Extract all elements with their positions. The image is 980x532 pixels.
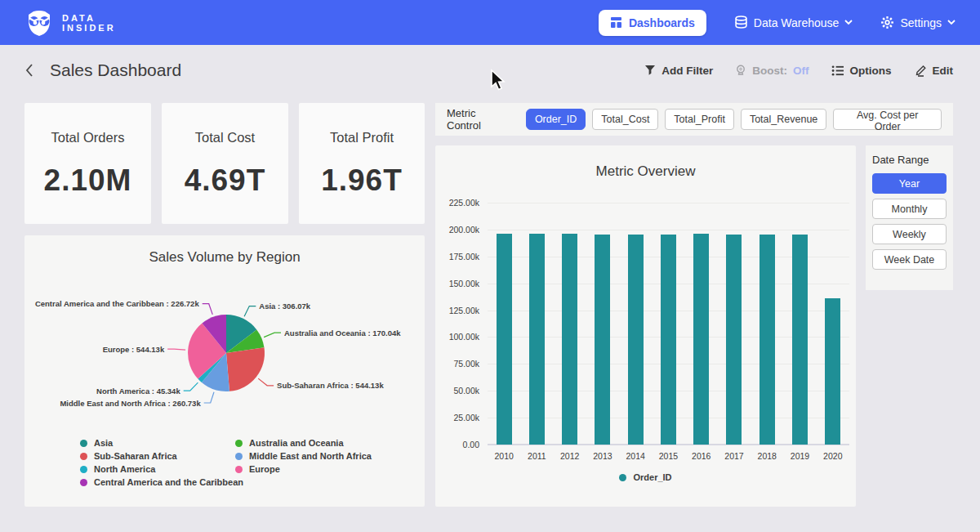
- nav-dashboards-label: Dashboards: [629, 16, 695, 29]
- bar-2013[interactable]: [595, 235, 610, 445]
- bar-chart-legend: Order_ID: [435, 472, 856, 482]
- add-filter-button[interactable]: Add Filter: [644, 65, 713, 77]
- y-tick-label: 175.00k: [449, 252, 479, 262]
- pie-slice[interactable]: [226, 347, 265, 391]
- legend-dot: [80, 479, 87, 486]
- legend-label: Sub-Saharan Africa: [94, 451, 177, 461]
- bar-2012[interactable]: [562, 234, 577, 445]
- x-tick-label: 2012: [554, 451, 586, 461]
- legend-dot: [619, 474, 626, 481]
- metric-options: Order_IDTotal_CostTotal_ProfitTotal_Reve…: [526, 109, 942, 130]
- brand-line2: INSIDER: [62, 23, 116, 33]
- x-tick-label: 2017: [718, 451, 751, 461]
- date-range-option-weekly[interactable]: Weekly: [872, 224, 947, 244]
- kpi-total-profit: Total Profit 1.96T: [299, 103, 425, 224]
- x-tick-label: 2014: [619, 451, 652, 461]
- brand-logo[interactable]: DATA INSIDER: [24, 8, 116, 38]
- gear-icon: [880, 16, 894, 29]
- boost-state: Off: [793, 65, 809, 77]
- bar-2015[interactable]: [661, 235, 676, 445]
- database-icon: [734, 16, 748, 29]
- kpi-label: Total Cost: [195, 130, 255, 145]
- kpi-total-orders: Total Orders 2.10M: [24, 103, 151, 224]
- options-button[interactable]: Options: [831, 65, 892, 77]
- legend-label: Asia: [94, 438, 113, 448]
- date-range-panel: Date Range YearMonthlyWeeklyWeek Date: [866, 145, 953, 290]
- metric-option-total-revenue[interactable]: Total_Revenue: [741, 109, 826, 130]
- pie-slice-label: Middle East and North Africa : 260.73k: [60, 399, 201, 408]
- nav-dashboards-button[interactable]: Dashboards: [599, 10, 706, 36]
- y-tick-label: 100.00k: [449, 332, 479, 342]
- pie-legend-column-1: AsiaSub-Saharan AfricaNorth AmericaCentr…: [80, 436, 243, 489]
- bar-2018[interactable]: [760, 235, 775, 445]
- y-tick-label: 125.00k: [449, 306, 479, 315]
- date-range-option-year[interactable]: Year: [872, 173, 947, 194]
- boost-toggle[interactable]: Boost: Off: [735, 65, 808, 77]
- bar-2017[interactable]: [726, 235, 742, 445]
- date-range-option-week-date[interactable]: Week Date: [872, 249, 947, 270]
- legend-label: Europe: [249, 464, 280, 474]
- edit-button[interactable]: Edit: [914, 65, 954, 77]
- bar-2011[interactable]: [529, 234, 545, 445]
- bar-2020[interactable]: [825, 298, 840, 445]
- x-tick-label: 2019: [783, 451, 816, 461]
- y-tick-label: 25.00k: [453, 413, 479, 422]
- bar-2016[interactable]: [693, 234, 709, 445]
- bar-chart-x-axis: 2010201120122013201420152016201720182019…: [488, 451, 849, 461]
- pie-legend-column-2: Australia and OceaniaMiddle East and Nor…: [235, 436, 372, 476]
- bar-2014[interactable]: [628, 235, 644, 445]
- y-tick-label: 0.00: [463, 440, 479, 449]
- metric-option-total-cost[interactable]: Total_Cost: [592, 109, 658, 130]
- kpi-value: 1.96T: [321, 163, 403, 198]
- page-header: Sales Dashboard Add Filter Boost: Off: [0, 45, 980, 96]
- bar-2010[interactable]: [497, 234, 512, 445]
- bar-chart-title: Metric Overview: [435, 163, 856, 180]
- pie-label-line: [204, 392, 214, 403]
- y-tick-label: 200.00k: [449, 225, 479, 235]
- options-list-icon: [831, 65, 844, 77]
- pie-legend-item: Australia and Oceania: [235, 436, 372, 449]
- bar-2019[interactable]: [792, 235, 808, 445]
- legend-label: Order_ID: [633, 472, 671, 482]
- nav-data-warehouse-label: Data Warehouse: [754, 16, 840, 29]
- chevron-down-icon: [844, 20, 853, 25]
- boost-label: Boost:: [752, 65, 787, 77]
- nav-settings-label: Settings: [900, 16, 942, 29]
- legend-dot: [80, 453, 87, 460]
- back-button[interactable]: [22, 60, 37, 80]
- nav-settings[interactable]: Settings: [880, 16, 956, 29]
- pie-label-line: [203, 304, 213, 315]
- date-range-option-monthly[interactable]: Monthly: [872, 199, 947, 219]
- x-tick-label: 2015: [652, 451, 684, 461]
- pie-legend-item: Central America and the Caribbean: [80, 476, 243, 489]
- boost-rocket-icon: [735, 65, 746, 77]
- filter-funnel-icon: [644, 65, 656, 76]
- chevron-down-icon: [947, 20, 956, 25]
- metric-option-avg-cost-per-order[interactable]: Avg. Cost per Order: [833, 109, 942, 130]
- pie-slice-label: Europe : 544.13k: [103, 345, 165, 354]
- page-title: Sales Dashboard: [50, 60, 181, 80]
- pie-slice-label: Asia : 306.07k: [259, 302, 311, 311]
- pie-slice-label: Sub-Saharan Africa : 544.13k: [277, 381, 384, 390]
- pie-label-line: [244, 306, 256, 317]
- y-tick-label: 75.00k: [453, 359, 479, 369]
- y-tick-label: 50.00k: [453, 386, 479, 396]
- kpi-label: Total Profit: [330, 130, 394, 145]
- legend-label: Middle East and North Africa: [249, 451, 372, 461]
- metric-control-bar: Metric Control Order_IDTotal_CostTotal_P…: [435, 103, 953, 136]
- legend-dot: [235, 453, 243, 460]
- nav-data-warehouse[interactable]: Data Warehouse: [734, 16, 853, 29]
- legend-label: Australia and Oceania: [249, 438, 344, 448]
- pie-legend-item: Middle East and North Africa: [235, 449, 372, 463]
- metric-control-label: Metric Control: [447, 107, 513, 132]
- pie-slice-label: North America : 45.34k: [96, 387, 180, 396]
- metric-option-total-profit[interactable]: Total_Profit: [665, 109, 734, 130]
- chevron-left-icon: [24, 62, 35, 78]
- brand-line1: DATA: [62, 13, 116, 23]
- legend-dot: [80, 440, 87, 447]
- x-tick-label: 2020: [817, 451, 849, 461]
- pie-legend-item: Sub-Saharan Africa: [80, 449, 243, 463]
- metric-option-order-id[interactable]: Order_ID: [526, 109, 586, 130]
- owl-logo-icon: [24, 8, 54, 38]
- kpi-value: 4.69T: [185, 163, 266, 198]
